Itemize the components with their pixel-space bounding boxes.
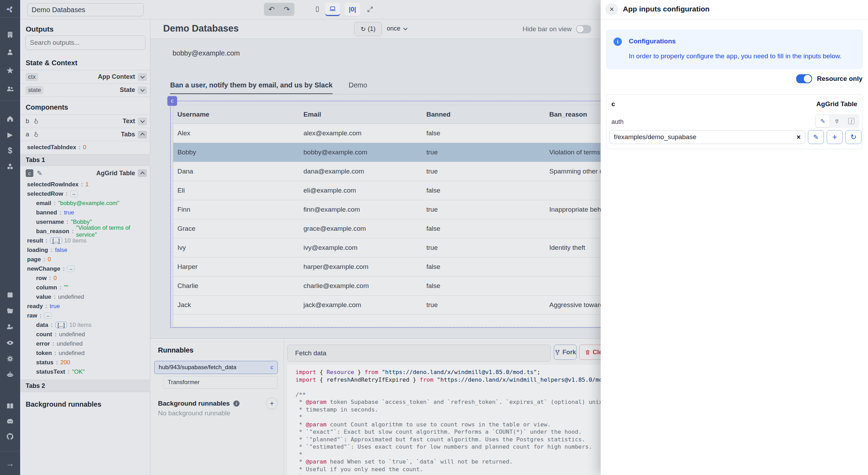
profile-icon[interactable] xyxy=(6,48,14,56)
app-name-input[interactable] xyxy=(27,3,144,16)
output-prop-column[interactable]: column:"" xyxy=(20,283,150,292)
selected-component-badge[interactable]: c xyxy=(167,96,177,106)
table-cell: false xyxy=(422,187,545,194)
hide-bar-toggle[interactable] xyxy=(576,25,591,33)
output-prop-selectedRowIndex[interactable]: selectedRowIndex:1 xyxy=(20,180,150,189)
output-row-component-c[interactable]: c ✎ AgGrid Table xyxy=(20,167,150,180)
docs-book-icon[interactable] xyxy=(6,402,14,410)
component-c-badge: c xyxy=(26,169,33,177)
output-row-ctx[interactable]: ctx App Context xyxy=(20,70,150,84)
output-row-component-a[interactable]: a Tabs xyxy=(20,128,150,141)
column-header-banned[interactable]: Banned xyxy=(422,111,545,118)
resource-only-toggle[interactable] xyxy=(796,74,812,83)
favorites-star-icon[interactable]: ★ xyxy=(6,66,14,75)
expand-b-button[interactable] xyxy=(138,118,147,125)
ai-robot-icon[interactable] xyxy=(6,371,14,379)
table-cell: false xyxy=(422,282,545,290)
fullscreen-button[interactable] xyxy=(363,3,377,16)
collapse-a-button[interactable] xyxy=(138,131,147,138)
edit-resource-button[interactable]: ✎ xyxy=(808,130,824,144)
tabs2-section-header[interactable]: Tabs 2 xyxy=(20,380,150,392)
runnable-item-transformer[interactable]: Transformer xyxy=(163,376,278,389)
component-b-id: b xyxy=(26,118,29,125)
close-drawer-button[interactable]: × xyxy=(606,3,618,16)
add-background-runnable-button[interactable]: + xyxy=(266,398,278,409)
output-prop-selectedTabIndex[interactable]: selectedTabIndex: 0 xyxy=(20,143,150,152)
output-row-state[interactable]: state State xyxy=(20,84,150,97)
tab-ban-a-user[interactable]: Ban a user, notify them by email, and us… xyxy=(170,81,333,94)
chevron-up-icon xyxy=(140,171,145,176)
output-prop-loading[interactable]: loading:false xyxy=(20,245,150,255)
resources-cubes-icon[interactable] xyxy=(6,163,14,170)
output-prop-ready[interactable]: ready:true xyxy=(20,302,150,311)
users-icon[interactable] xyxy=(6,85,14,93)
component-c-output-list: selectedRowIndex:1selectedRow:–email:"bo… xyxy=(20,180,150,376)
rail-divider xyxy=(0,451,20,451)
refresh-icon: ↻ xyxy=(360,25,366,33)
auth-resource-input[interactable] xyxy=(614,133,796,141)
column-header-username[interactable]: Username xyxy=(173,111,299,118)
state-context-title: State & Context xyxy=(26,59,77,67)
output-prop-row[interactable]: row:0 xyxy=(20,273,150,283)
table-cell: Bobby xyxy=(173,149,299,156)
refresh-resource-button[interactable]: ↻ xyxy=(845,130,861,144)
output-prop-statusText[interactable]: statusText:"OK" xyxy=(20,367,150,376)
state-badge: state xyxy=(26,86,43,94)
variables-dollar-icon[interactable]: $ xyxy=(8,147,12,155)
static-edit-mode-button[interactable]: ✎ xyxy=(816,115,829,127)
output-prop-page[interactable]: page:0 xyxy=(20,255,150,264)
add-resource-button[interactable]: + xyxy=(827,130,843,144)
refresh-count-button[interactable]: ↻ (1) xyxy=(354,22,382,36)
refresh-icon: ↻ xyxy=(850,133,857,141)
search-outputs-input[interactable] xyxy=(25,35,145,50)
redo-icon[interactable]: ↷ xyxy=(284,5,290,14)
output-prop-error[interactable]: error:undefined xyxy=(20,339,150,348)
output-prop-token[interactable]: token:undefined xyxy=(20,348,150,358)
editor-tab-fetch-data[interactable]: Fetch data xyxy=(287,345,551,362)
output-prop-email[interactable]: email:"bobby@example.com" xyxy=(20,198,150,208)
folders-icon[interactable] xyxy=(6,307,14,315)
github-icon[interactable] xyxy=(6,433,14,441)
outputs-title: Outputs xyxy=(26,25,53,33)
undo-icon[interactable]: ↶ xyxy=(268,5,275,14)
fork-button[interactable]: Fork xyxy=(554,345,577,360)
runs-play-icon[interactable]: ▶ xyxy=(7,131,12,138)
settings-gear-icon[interactable] xyxy=(6,355,14,363)
tabs1-section-header[interactable]: Tabs 1 xyxy=(20,154,150,166)
edit-pencil-icon[interactable]: ✎ xyxy=(37,169,42,177)
table-cell: charlie@example.com xyxy=(299,282,422,290)
output-prop-status[interactable]: status:200 xyxy=(20,358,150,367)
output-prop-selectedRow[interactable]: selectedRow:– xyxy=(20,189,150,198)
column-header-email[interactable]: Email xyxy=(299,111,422,118)
eval-mode-button[interactable]: f xyxy=(845,115,858,127)
mobile-view-button[interactable] xyxy=(310,3,324,16)
clear-input-icon[interactable]: × xyxy=(796,133,801,141)
tab-demo[interactable]: Demo xyxy=(349,81,367,94)
expand-state-button[interactable] xyxy=(138,86,147,94)
eye-watch-icon[interactable] xyxy=(6,339,14,347)
run-mode-select[interactable]: once xyxy=(387,25,407,32)
output-prop-ban_reason[interactable]: ban_reason:"Violation of terms of servic… xyxy=(20,227,150,236)
runnable-item-fetch-data[interactable]: hub/943/supabase/fetch_data c xyxy=(154,361,278,374)
output-prop-count[interactable]: count:undefined xyxy=(20,330,150,339)
output-prop-data[interactable]: data:[...]10 items xyxy=(20,320,150,330)
workspace-building-icon[interactable] xyxy=(6,31,14,39)
expand-ctx-button[interactable] xyxy=(138,73,147,81)
schedules-calendar-icon[interactable] xyxy=(6,291,14,299)
groups-admin-icon[interactable] xyxy=(6,323,14,331)
connect-mode-button[interactable] xyxy=(830,115,844,127)
collapse-c-button[interactable] xyxy=(138,169,147,177)
desktop-view-button[interactable] xyxy=(325,3,340,16)
chevron-down-icon xyxy=(403,26,408,31)
discord-icon[interactable] xyxy=(6,417,14,425)
output-prop-value[interactable]: value:undefined xyxy=(20,292,150,302)
output-prop-newChange[interactable]: newChange:– xyxy=(20,264,150,273)
info-text: In order to properly configure the app, … xyxy=(629,52,842,60)
collapse-rail-arrow-icon[interactable]: → xyxy=(6,459,14,468)
output-row-component-b[interactable]: b Text xyxy=(20,115,150,128)
output-prop-raw[interactable]: raw:– xyxy=(20,311,150,320)
home-icon[interactable] xyxy=(6,115,14,122)
center-align-button[interactable]: |0| xyxy=(344,3,360,16)
windmill-logo-icon[interactable] xyxy=(6,5,15,14)
output-prop-banned[interactable]: banned:true xyxy=(20,208,150,217)
